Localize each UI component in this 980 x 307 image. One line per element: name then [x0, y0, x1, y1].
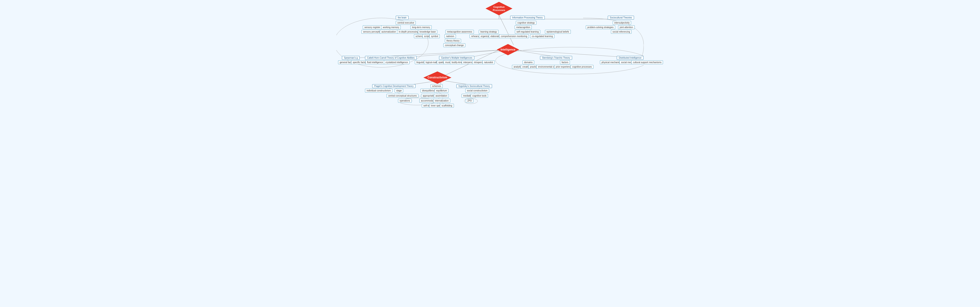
mind-map-canvas: Cognitive Processes the brain Informatio…: [336, 0, 644, 126]
constructivism-diamond: Constructivism: [423, 71, 452, 84]
metacognition-box: metacognition: [515, 26, 532, 29]
stage-box: stage: [395, 89, 403, 93]
self-regulated-box: self-regulated learning: [515, 30, 540, 34]
factors-box: factors: [560, 61, 570, 64]
fluid-intelligence-box: fluid intelligence: [366, 61, 385, 64]
problem-solving-box: problem-solving strategies: [586, 26, 615, 29]
learning-strategy-box: learning strategy: [479, 30, 498, 34]
crystalized-box: crystalized intelligence: [384, 61, 409, 64]
long-term-memory-box: long-term memory: [410, 26, 432, 29]
spearmans-g-box: Spearman's g: [342, 56, 360, 60]
automatization-box: automatization: [380, 30, 398, 34]
intersubjectivity-box: intersubjectivity: [613, 21, 631, 25]
schemes-box: schemes: [431, 84, 443, 88]
epistemological-box: epistemological beliefs: [545, 30, 571, 34]
sternberg-box: Sternberg's Triarchic Theory: [540, 56, 572, 60]
working-memory-box: working memory: [381, 26, 401, 29]
individual-constructivism-box: individual constructivism: [365, 89, 392, 93]
sensory-register-box: sensory register: [363, 26, 382, 29]
central-executive-box: central executive: [396, 21, 416, 25]
assimilation-box: assimilation: [434, 94, 449, 98]
domains-box: domains: [523, 61, 534, 64]
joint-attention-box: joint attention: [618, 26, 635, 29]
information-processing-box: Information Processing Theory: [510, 16, 545, 19]
metacognitive-awareness-box: metacognitive awareness: [445, 30, 474, 34]
piaget-box: Piaget's Cognitive Development Theory: [372, 84, 415, 88]
equilibrium-box: equilibrium: [434, 89, 449, 93]
central-conceptual-box: central conceptual structures: [387, 94, 418, 98]
cultural-support-box: cultural support mechanisms: [632, 61, 663, 64]
the-brain-box: the brain: [396, 16, 409, 19]
intelligence-diamond: Intelligence: [497, 44, 519, 55]
social-referencing-box: social referencing: [611, 30, 632, 34]
cognitive-strategy-box: cognitive strategy: [516, 21, 536, 25]
symbol-box: symbol: [430, 34, 440, 38]
knowledge-base-box: knowledge base: [418, 30, 437, 34]
theory-theory-box: theory theory: [445, 39, 461, 43]
internalization-box: internalization: [433, 99, 450, 102]
cognitive-processes2-box: cognitive processes: [571, 65, 593, 69]
vygotsky-box: Vygotsky's Sociocultural Theory: [457, 84, 492, 88]
comprehension-monitoring-box: comprehension monitoring: [499, 34, 529, 38]
sociocultural-theories-box: Sociocultural Theories: [608, 16, 634, 19]
zpd-box: ZPD: [466, 99, 473, 102]
scaffolding-box: scaffolding: [440, 104, 454, 107]
operations-box: operations: [398, 99, 412, 102]
cognitive-processes-diamond: Cognitive Processes: [485, 2, 512, 15]
cognitive-tools-box: cognitive tools: [471, 94, 488, 98]
conceptual-change-box: conceptual change: [443, 43, 465, 47]
nativism-box: nativism: [444, 34, 456, 38]
co-regulated-box: co-regulated learning: [530, 34, 554, 38]
distributed-box: Distributed Intelligence: [617, 56, 643, 60]
gardner-box: Gardner's Multiple Intelligences: [439, 56, 474, 60]
naturalist-box: naturalist: [482, 61, 495, 64]
cattell-horn-box: Cattell-Horn-Carroll Theory of Cognitive…: [365, 56, 417, 60]
social-constructivism-box: social constructivism: [465, 89, 489, 93]
in-depth-processing-box: in-depth processing: [397, 30, 420, 34]
